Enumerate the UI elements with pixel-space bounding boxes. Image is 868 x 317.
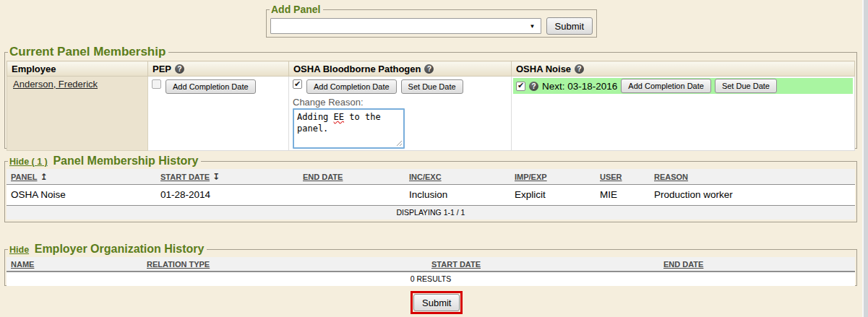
col-header-panel: PANEL↥ bbox=[7, 172, 156, 182]
col-header-bloodborne: OSHA Bloodborne Pathogen ? bbox=[289, 61, 512, 77]
employee-cell: Anderson, Frederick bbox=[7, 77, 148, 151]
help-icon[interactable]: ? bbox=[529, 82, 538, 91]
col-header-employee-label: Employee bbox=[12, 64, 56, 74]
col-header-user: USER bbox=[596, 173, 650, 181]
cell-panel: OSHA Noise bbox=[7, 189, 156, 200]
employer-organization-history-section: Hide Employer Organization History NAME … bbox=[4, 243, 857, 286]
col-header-noise: OSHA Noise ? bbox=[512, 61, 855, 77]
col-header-pep: PEP ? bbox=[148, 61, 289, 77]
col-header-start-date: START DATE↧ bbox=[156, 172, 298, 182]
annotation-highlight-box: Submit bbox=[411, 291, 463, 314]
col-header-inc-exc: INC/EXC bbox=[405, 173, 510, 181]
bloodborne-cell: ✔ Add Completion Date Set Due Date Chang… bbox=[289, 77, 512, 151]
bloodborne-set-due-date-button[interactable]: Set Due Date bbox=[401, 79, 463, 94]
change-reason-textarea[interactable]: Adding EE to the panel. bbox=[293, 108, 405, 149]
col-header-employee: Employee bbox=[7, 61, 148, 77]
displaying-count: DISPLAYING 1-1 / 1 bbox=[7, 205, 855, 220]
col-header-pep-label: PEP bbox=[152, 64, 171, 74]
reason-text: panel. bbox=[297, 123, 328, 134]
help-icon[interactable]: ? bbox=[575, 64, 584, 74]
cell-imp-exp: Explicit bbox=[510, 189, 596, 200]
misspelled-word: EE bbox=[334, 112, 344, 122]
page-submit-button[interactable]: Submit bbox=[413, 294, 460, 311]
noise-cell: ✔ ? Next: 03-18-2016 Add Completion Date… bbox=[512, 77, 855, 151]
col-header-start-date: START DATE bbox=[427, 260, 659, 269]
pep-checkbox[interactable]: ✔ bbox=[152, 79, 161, 89]
employee-link[interactable]: Anderson, Frederick bbox=[13, 79, 98, 90]
employer-history-hide-link[interactable]: Hide bbox=[9, 245, 29, 255]
results-count: 0 RESULTS bbox=[7, 272, 855, 286]
employee-row: Anderson, Frederick ✔ Add Completion Dat… bbox=[7, 77, 855, 151]
cell-inc-exc: Inclusion bbox=[405, 189, 510, 200]
panel-membership-history-section: Hide ( 1 ) Panel Membership History PANE… bbox=[4, 155, 857, 222]
noise-set-due-date-button[interactable]: Set Due Date bbox=[715, 79, 777, 93]
add-panel-legend: Add Panel bbox=[270, 4, 323, 15]
col-header-name: NAME bbox=[7, 260, 142, 269]
cell-start-date: 01-28-2014 bbox=[156, 189, 298, 200]
cell-reason: Production worker bbox=[650, 189, 855, 200]
bloodborne-checkbox[interactable]: ✔ bbox=[293, 79, 302, 89]
add-panel-submit-button[interactable]: Submit bbox=[546, 17, 593, 35]
add-panel-select[interactable]: ▼ bbox=[270, 18, 541, 34]
sort-ascending-icon: ↥ bbox=[40, 172, 47, 182]
panel-history-title: Panel Membership History bbox=[53, 155, 198, 167]
bloodborne-add-completion-date-button[interactable]: Add Completion Date bbox=[306, 79, 397, 94]
table-row: OSHA Noise 01-28-2014 Inclusion Explicit… bbox=[7, 185, 855, 205]
pep-cell: ✔ Add Completion Date bbox=[148, 77, 289, 151]
cell-user: MIE bbox=[596, 189, 650, 200]
employer-history-title: Employer Organization History bbox=[35, 243, 205, 255]
col-header-bloodborne-label: OSHA Bloodborne Pathogen bbox=[293, 64, 421, 74]
pep-add-completion-date-button[interactable]: Add Completion Date bbox=[166, 79, 256, 94]
panel-history-hide-link[interactable]: Hide ( 1 ) bbox=[9, 157, 48, 167]
sort-descending-icon: ↧ bbox=[212, 172, 220, 182]
help-icon[interactable]: ? bbox=[424, 64, 434, 74]
noise-highlight-strip: ✔ ? Next: 03-18-2016 Add Completion Date… bbox=[513, 78, 853, 94]
col-header-end-date: END DATE bbox=[659, 260, 855, 269]
noise-next-due-date: Next: 03-18-2016 bbox=[542, 81, 617, 92]
noise-checkbox[interactable]: ✔ bbox=[516, 82, 525, 91]
resize-handle-icon[interactable] bbox=[396, 140, 403, 147]
noise-add-completion-date-button[interactable]: Add Completion Date bbox=[621, 79, 711, 93]
col-header-relation-type: RELATION TYPE bbox=[142, 260, 427, 269]
col-header-end-date: END DATE bbox=[298, 173, 405, 181]
col-header-noise-label: OSHA Noise bbox=[516, 64, 571, 74]
col-header-reason: REASON bbox=[650, 173, 855, 181]
current-panel-membership-section: Current Panel Membership Employee PEP ? … bbox=[4, 45, 857, 149]
reason-text: to the bbox=[344, 112, 381, 122]
employer-history-header-row: NAME RELATION TYPE START DATE END DATE bbox=[7, 257, 855, 272]
change-reason-label: Change Reason: bbox=[291, 95, 509, 108]
col-header-imp-exp: IMP/EXP bbox=[510, 173, 596, 181]
current-panel-legend: Current Panel Membership bbox=[8, 45, 168, 59]
reason-text: Adding bbox=[297, 112, 334, 122]
add-panel-section: Add Panel ▼ Submit bbox=[266, 4, 597, 38]
help-icon[interactable]: ? bbox=[175, 64, 184, 74]
panel-history-header-row: PANEL↥ START DATE↧ END DATE INC/EXC IMP/… bbox=[7, 169, 855, 185]
chevron-down-icon: ▼ bbox=[530, 23, 536, 30]
scrollbar[interactable] bbox=[862, 0, 868, 317]
